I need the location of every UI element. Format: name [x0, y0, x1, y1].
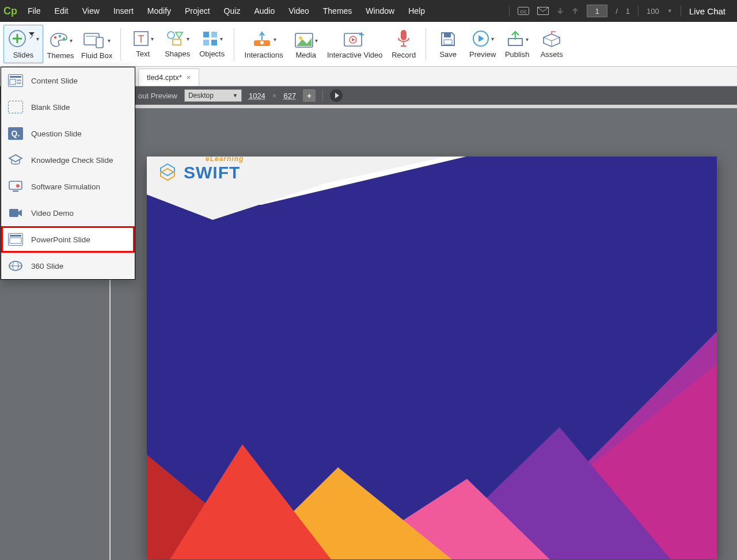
- arrow-up-icon[interactable]: [572, 7, 579, 15]
- ribbon-interactions[interactable]: ▾ Interactions: [239, 26, 288, 63]
- ribbon-fluidbox[interactable]: ▾ Fluid Box: [78, 28, 116, 63]
- ruler-horizontal: [111, 105, 737, 108]
- page-total: 1: [626, 7, 630, 16]
- svg-rect-32: [17, 82, 21, 84]
- record-icon: [396, 29, 411, 48]
- menu-file[interactable]: File: [21, 0, 48, 22]
- menu-themes[interactable]: Themes: [316, 0, 359, 22]
- interactive-video-icon: [343, 31, 366, 48]
- dd-powerpoint-slide[interactable]: PowerPoint Slide: [1, 226, 135, 253]
- ribbon-save[interactable]: Save: [431, 27, 465, 62]
- ribbon-media[interactable]: ▾ Media: [288, 29, 323, 63]
- device-select[interactable]: Desktop ▼: [184, 89, 242, 102]
- dd-question-slide[interactable]: Q. Question Slide: [1, 120, 135, 147]
- add-breakpoint-button[interactable]: +: [303, 89, 316, 102]
- ribbon-shapes[interactable]: ▾ Shapes: [160, 26, 195, 62]
- svg-rect-8: [96, 37, 103, 48]
- chevron-down-icon: ▾: [36, 36, 39, 42]
- dd-label: Knowledge Check Slide: [31, 156, 113, 165]
- ribbon: ▾ Slides ▾ Themes ▾ Fluid Box T ▾ Te: [0, 22, 737, 67]
- swift-subtext: eLearning: [206, 157, 244, 163]
- svg-point-5: [58, 35, 60, 37]
- ribbon-publish[interactable]: ▾ Publish: [500, 27, 534, 62]
- dd-label: PowerPoint Slide: [31, 235, 90, 244]
- content-slide-icon: [8, 74, 23, 87]
- ribbon-label: Interactive Video: [327, 51, 383, 59]
- publish-icon: [506, 31, 525, 48]
- ribbon-preview[interactable]: ▾ Preview: [465, 26, 500, 62]
- svg-rect-34: [13, 191, 18, 192]
- preview-icon: [472, 29, 490, 48]
- dd-software-simulation[interactable]: Software Simulation: [1, 173, 135, 200]
- video-demo-icon: [8, 207, 23, 219]
- zoom-value[interactable]: 100: [647, 7, 659, 16]
- svg-rect-26: [444, 40, 452, 44]
- tab-close-icon[interactable]: ×: [187, 73, 191, 82]
- ribbon-label: Slides: [13, 51, 33, 59]
- mail-icon[interactable]: [537, 7, 549, 15]
- svg-rect-17: [211, 40, 217, 45]
- menubar-right: CC 1 / 1 100 ▼ Live Chat: [509, 5, 737, 17]
- dd-knowledge-check[interactable]: Knowledge Check Slide: [1, 147, 135, 173]
- play-button[interactable]: [330, 89, 343, 102]
- document-tab[interactable]: tled4.cptx* ×: [138, 68, 199, 86]
- ribbon-objects[interactable]: ▾ Objects: [195, 26, 229, 62]
- chevron-down-icon: ▾: [273, 36, 276, 43]
- live-chat-button[interactable]: Live Chat: [689, 6, 725, 16]
- ribbon-assets[interactable]: Assets: [534, 27, 569, 62]
- menu-quiz[interactable]: Quiz: [217, 0, 248, 22]
- ribbon-label: Publish: [505, 50, 530, 59]
- menu-view[interactable]: View: [75, 0, 107, 22]
- svg-rect-37: [10, 235, 21, 237]
- chevron-down-icon: ▾: [526, 36, 529, 43]
- dd-video-demo[interactable]: Video Demo: [1, 200, 135, 226]
- knowledge-check-icon: [8, 154, 23, 166]
- dd-blank-slide[interactable]: Blank Slide: [1, 94, 135, 120]
- menu-help[interactable]: Help: [401, 0, 432, 22]
- chevron-down-icon: ▾: [220, 36, 223, 42]
- page-sep: /: [616, 7, 618, 16]
- menu-project[interactable]: Project: [178, 0, 217, 22]
- 360-slide-icon: [8, 260, 23, 272]
- svg-point-21: [299, 36, 302, 40]
- ribbon-label: Save: [439, 50, 457, 59]
- menu-insert[interactable]: Insert: [107, 0, 140, 22]
- dd-label: Software Simulation: [31, 182, 100, 191]
- canvas-height-input[interactable]: 627: [283, 92, 296, 100]
- chevron-down-icon: ▾: [108, 37, 111, 44]
- dd-label: Content Slide: [31, 77, 78, 85]
- ribbon-text[interactable]: T ▾ Text: [126, 26, 160, 62]
- ribbon-label: Themes: [47, 51, 74, 60]
- dd-360-slide[interactable]: 360 Slide: [1, 253, 135, 279]
- menu-edit[interactable]: Edit: [48, 0, 75, 22]
- software-sim-icon: [8, 180, 23, 193]
- svg-rect-31: [17, 79, 21, 81]
- slide-canvas[interactable]: SWIFT eLearning: [147, 157, 717, 559]
- svg-point-4: [54, 36, 56, 39]
- menu-video[interactable]: Video: [282, 0, 316, 22]
- objects-icon: [202, 30, 219, 47]
- menu-window[interactable]: Window: [359, 0, 401, 22]
- ribbon-label: Shapes: [165, 49, 190, 58]
- menu-audio[interactable]: Audio: [247, 0, 282, 22]
- ribbon-themes[interactable]: ▾ Themes: [43, 28, 78, 63]
- ribbon-record[interactable]: Record: [386, 25, 421, 63]
- page-current[interactable]: 1: [587, 5, 607, 17]
- text-icon: T: [132, 30, 150, 47]
- svg-text:T: T: [138, 33, 144, 45]
- ribbon-label: Text: [136, 49, 150, 58]
- powerpoint-slide-icon: [8, 233, 23, 246]
- chevron-down-icon: ▾: [187, 36, 189, 42]
- closed-caption-icon[interactable]: CC: [518, 7, 529, 15]
- ribbon-interactive-video[interactable]: Interactive Video: [323, 28, 386, 63]
- dd-label: Blank Slide: [31, 103, 70, 112]
- ribbon-slides[interactable]: ▾ Slides: [3, 25, 43, 63]
- chevron-down-icon: ▾: [491, 36, 494, 42]
- svg-point-6: [62, 37, 64, 40]
- dd-content-slide[interactable]: Content Slide: [1, 67, 135, 94]
- canvas-width-input[interactable]: 1024: [249, 92, 265, 100]
- palette-icon: [49, 32, 69, 49]
- menu-modify[interactable]: Modify: [140, 0, 178, 22]
- arrow-down-icon[interactable]: [557, 7, 564, 15]
- zoom-chevron-icon[interactable]: ▼: [667, 8, 673, 14]
